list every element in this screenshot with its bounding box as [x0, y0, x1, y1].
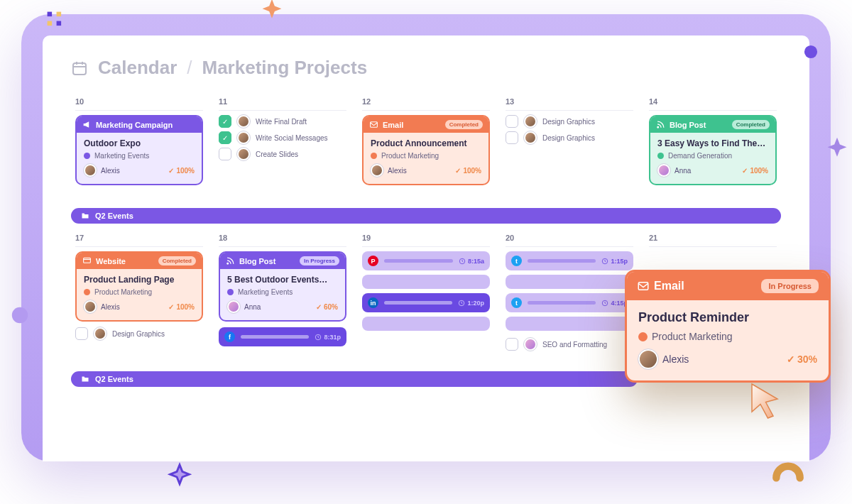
avatar — [94, 327, 106, 340]
card-tag: Product Marketing — [652, 331, 733, 342]
event-card-marketing-campaign[interactable]: Marketing Campaign Outdoor Expo Marketin… — [75, 115, 203, 185]
task-row[interactable]: Design Graphics — [75, 327, 203, 340]
card-type: Website — [96, 257, 154, 265]
clock-icon — [458, 300, 465, 307]
avatar — [84, 164, 97, 177]
progress-percent: ✓100% — [742, 167, 768, 175]
card-title: Product Landing Page — [84, 275, 195, 285]
avatar — [524, 338, 537, 351]
chip-time: 8:31p — [324, 334, 341, 341]
avatar — [84, 300, 97, 313]
svg-rect-0 — [48, 12, 53, 17]
event-card-email[interactable]: Email Completed Product Announcement Pro… — [362, 115, 490, 185]
svg-rect-9 — [84, 258, 91, 263]
facebook-icon: f — [224, 332, 235, 342]
day-number: 13 — [506, 97, 633, 106]
social-chip[interactable]: P 8:15a — [362, 251, 490, 270]
card-tag: Product Marketing — [94, 288, 152, 296]
task-row[interactable]: Design Graphics — [506, 115, 633, 128]
assignee-name: Alexis — [662, 354, 689, 365]
span-event[interactable]: Q2 Events — [71, 371, 638, 387]
avatar — [638, 349, 658, 369]
assignee-name: Alexis — [388, 167, 407, 175]
avatar — [371, 164, 383, 177]
status-badge: Completed — [445, 120, 483, 129]
decoration-star-icon — [256, 0, 288, 29]
linkedin-icon: in — [368, 297, 378, 308]
cursor-icon — [746, 380, 788, 422]
svg-rect-16 — [638, 283, 648, 290]
svg-rect-1 — [57, 12, 62, 17]
folder-icon — [81, 375, 89, 383]
progress-percent: ✓30% — [787, 354, 817, 365]
card-title: Product Announcement — [371, 138, 481, 148]
card-type: Blog Post — [239, 257, 295, 265]
event-card-blog-post[interactable]: Blog Post Completed 3 Easy Ways to Find … — [649, 115, 777, 185]
social-chip[interactable]: in 1:20p — [362, 293, 490, 312]
avatar — [524, 131, 537, 144]
status-badge: In Progress — [300, 256, 339, 265]
card-tag: Demand Generation — [668, 152, 732, 160]
svg-rect-2 — [48, 21, 53, 26]
task-label: Create Slides — [256, 150, 298, 158]
task-row[interactable]: Design Graphics — [506, 131, 633, 144]
task-row[interactable]: ✓Write Final Draft — [219, 115, 346, 128]
decoration-dot-icon — [10, 305, 30, 325]
checkbox-icon[interactable]: ✓ — [219, 131, 231, 144]
envelope-icon — [637, 280, 650, 292]
checkbox-icon[interactable] — [219, 148, 231, 160]
decoration-star-icon — [163, 461, 196, 493]
rss-icon — [656, 120, 665, 129]
social-chip-placeholder[interactable] — [506, 317, 633, 331]
card-tag: Marketing Events — [94, 152, 149, 160]
card-type: Marketing Campaign — [96, 121, 196, 129]
checkbox-icon[interactable] — [506, 338, 518, 351]
checkbox-icon[interactable] — [506, 131, 518, 144]
twitter-icon: t — [511, 256, 522, 266]
social-chip[interactable]: t 4:15p — [506, 293, 633, 312]
social-chip-placeholder[interactable] — [362, 317, 490, 331]
avatar — [237, 131, 250, 144]
avatar — [237, 115, 250, 128]
event-card-highlight[interactable]: Email In Progress Product Reminder Produ… — [625, 270, 831, 383]
website-icon — [82, 256, 92, 265]
card-title: 3 Easy Ways to Find The… — [657, 138, 768, 148]
status-badge: Completed — [158, 256, 196, 265]
day-number: 12 — [362, 97, 490, 106]
event-card-website[interactable]: Website Completed Product Landing Page P… — [75, 251, 203, 322]
day-number: 17 — [75, 234, 203, 242]
card-type: Email — [383, 121, 441, 129]
decoration-star-icon — [821, 135, 852, 168]
social-chip-placeholder[interactable] — [506, 275, 633, 289]
breadcrumb-current[interactable]: Marketing Projects — [202, 57, 368, 79]
task-row[interactable]: Create Slides — [219, 148, 346, 160]
span-event-label: Q2 Events — [95, 212, 133, 220]
svg-point-8 — [657, 126, 659, 128]
day-number: 21 — [649, 234, 777, 242]
span-event[interactable]: Q2 Events — [71, 208, 781, 224]
progress-percent: ✓100% — [168, 303, 195, 311]
chip-time: 1:20p — [467, 300, 484, 307]
clock-icon — [601, 300, 608, 307]
decoration-dot-icon — [802, 43, 820, 61]
social-chip[interactable]: f 8:31p — [219, 327, 346, 346]
checkbox-icon[interactable] — [506, 115, 518, 128]
decoration-dots-icon — [45, 10, 64, 28]
folder-icon — [81, 212, 89, 220]
event-card-blog-post[interactable]: Blog Post In Progress 5 Best Outdoor Eve… — [219, 251, 346, 322]
social-chip-placeholder[interactable] — [362, 275, 490, 289]
checkbox-icon[interactable] — [75, 327, 88, 340]
svg-point-10 — [227, 263, 229, 264]
clock-icon — [601, 258, 608, 265]
card-type: Email — [654, 280, 757, 292]
breadcrumb-root[interactable]: Calendar — [98, 57, 177, 79]
assignee-name: Anna — [674, 167, 691, 175]
task-row[interactable]: ✓Write Social Messages — [219, 131, 346, 144]
card-title: Outdoor Expo — [84, 138, 195, 148]
breadcrumb-separator: / — [187, 57, 192, 79]
checkbox-icon[interactable]: ✓ — [219, 115, 231, 128]
task-row[interactable]: SEO and Formatting — [506, 338, 633, 351]
card-title: 5 Best Outdoor Events… — [227, 275, 338, 285]
day-number: 14 — [649, 97, 777, 106]
social-chip[interactable]: t 1:15p — [506, 251, 633, 270]
